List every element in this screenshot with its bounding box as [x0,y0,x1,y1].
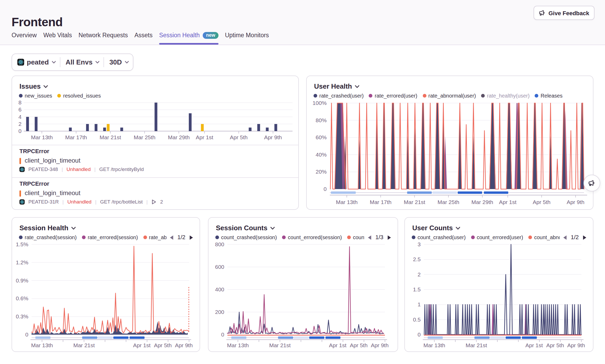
svg-text:4: 4 [18,114,22,120]
svg-text:Mar 21st: Mar 21st [404,199,425,205]
svg-text:Mar 21st: Mar 21st [73,342,95,348]
svg-text:Mar 25th: Mar 25th [437,199,459,205]
svg-text:Apr 5th: Apr 5th [350,342,368,348]
svg-text:0.9%: 0.9% [16,277,28,283]
svg-text:600: 600 [215,264,224,270]
svg-text:1.2%: 1.2% [16,259,28,265]
svg-text:400: 400 [215,286,224,292]
svg-text:Mar 21st: Mar 21st [466,342,487,348]
svg-text:40%: 40% [316,152,327,158]
svg-text:3: 3 [418,241,421,247]
svg-text:Apr 1st: Apr 1st [329,342,347,348]
svg-text:200: 200 [215,309,224,315]
svg-text:Apr 1st: Apr 1st [196,134,213,140]
svg-text:0: 0 [221,331,224,338]
svg-text:Mar 13th: Mar 13th [336,199,358,205]
svg-text:Apr 5th: Apr 5th [546,342,564,348]
svg-text:100%: 100% [312,100,327,106]
svg-text:Apr 9th: Apr 9th [264,134,282,140]
svg-text:Apr 1st: Apr 1st [499,199,517,205]
svg-text:2: 2 [418,271,421,277]
svg-text:Mar 13th: Mar 13th [31,342,53,348]
svg-text:Apr 9th: Apr 9th [567,342,585,348]
svg-text:2.5: 2.5 [413,256,421,262]
svg-text:Apr 5th: Apr 5th [154,342,172,348]
svg-text:Mar 17th: Mar 17th [370,199,392,205]
svg-text:Apr 9th: Apr 9th [567,199,585,205]
svg-text:60%: 60% [316,134,327,140]
svg-text:Mar 21st: Mar 21st [100,134,121,140]
svg-text:Apr 5th: Apr 5th [230,134,248,140]
svg-text:Mar 25th: Mar 25th [134,134,155,140]
svg-text:Mar 17th: Mar 17th [65,134,87,140]
svg-text:0: 0 [418,331,421,338]
svg-text:Mar 13th: Mar 13th [31,134,53,140]
svg-text:0.5: 0.5 [413,317,421,323]
svg-text:20%: 20% [316,169,327,175]
svg-text:0.6%: 0.6% [16,295,28,301]
svg-text:1: 1 [418,301,421,307]
svg-text:800: 800 [215,241,224,247]
svg-text:0: 0 [18,128,22,134]
svg-text:Apr 5th: Apr 5th [533,199,551,205]
svg-text:80%: 80% [316,117,327,123]
svg-text:Apr 1st: Apr 1st [525,342,543,348]
svg-text:Mar 29th: Mar 29th [168,134,190,140]
svg-text:Mar 13th: Mar 13th [424,342,445,348]
svg-text:Mar 29th: Mar 29th [471,199,493,205]
svg-text:6: 6 [18,106,22,113]
svg-text:0: 0 [25,331,28,338]
svg-text:Apr 1st: Apr 1st [133,342,151,348]
svg-text:8: 8 [18,99,22,105]
svg-text:1.5: 1.5 [413,286,421,292]
svg-text:2: 2 [18,121,22,127]
svg-text:Apr 9th: Apr 9th [175,342,193,348]
svg-text:Mar 21st: Mar 21st [269,342,291,348]
svg-text:0.3%: 0.3% [16,313,28,319]
svg-text:1.5%: 1.5% [16,241,28,247]
svg-text:0: 0 [324,186,327,192]
svg-text:Apr 9th: Apr 9th [371,342,389,348]
svg-text:Mar 13th: Mar 13th [227,342,249,348]
